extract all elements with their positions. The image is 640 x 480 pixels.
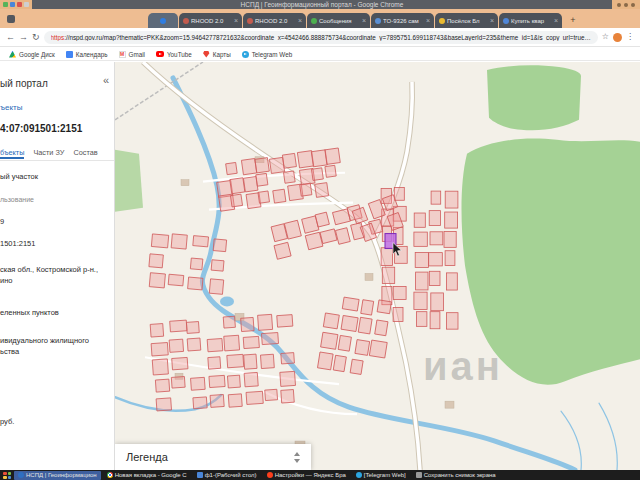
bookmarks-bar: Google Диск Календарь M Gmail YouTube Ка… xyxy=(0,48,640,61)
browser-tab[interactable]: TO-9326 сам × xyxy=(371,13,434,28)
bookmark-youtube[interactable]: YouTube xyxy=(156,51,192,58)
taskbar-item-screenshot[interactable]: Сохранить снимок экрана xyxy=(412,471,500,480)
youtube-icon xyxy=(156,51,164,57)
desktop-icon xyxy=(197,472,203,478)
bookmark-gmail[interactable]: M Gmail xyxy=(119,51,145,58)
forward-icon[interactable]: → xyxy=(19,33,28,42)
land-category-value: еленных пунктов xyxy=(0,308,59,317)
object-type-value: ый участок xyxy=(0,172,38,181)
tab-close-icon[interactable]: × xyxy=(362,17,366,24)
address-value-line1: ская обл., Костромской р-н., xyxy=(0,265,98,274)
tab-composition[interactable]: Состав xyxy=(73,148,97,157)
annotate-gray-icon[interactable] xyxy=(24,2,29,7)
field-value: 1501:2151 xyxy=(0,239,35,248)
bookmark-telegram[interactable]: Telegram Web xyxy=(242,51,292,58)
close-button[interactable] xyxy=(631,3,635,7)
gmail-icon: M xyxy=(119,51,126,58)
url-protocol: https xyxy=(51,34,65,41)
maximize-button[interactable] xyxy=(624,3,628,7)
annotate-blue-icon[interactable] xyxy=(10,2,15,7)
map-canvas[interactable]: иан Легенда xyxy=(115,62,640,470)
field-label: льзование xyxy=(0,196,34,203)
bookmark-star-icon[interactable]: ☆ xyxy=(602,33,609,41)
tab-close-icon[interactable]: × xyxy=(554,17,558,24)
bookmark-calendar[interactable]: Календарь xyxy=(66,51,108,58)
browser-tab[interactable]: RHOOD 2.0 × xyxy=(243,13,306,28)
tab-favicon xyxy=(439,18,445,24)
tab-close-icon[interactable]: × xyxy=(490,17,494,24)
chrome-icon xyxy=(107,472,113,478)
nspd-icon xyxy=(18,472,24,478)
calendar-icon xyxy=(66,51,73,58)
taskbar-item-yandex[interactable]: Настройки — Яндекс Бра xyxy=(263,471,350,480)
legend-title: Легенда xyxy=(126,451,294,463)
taskbar: НСПД | Геоинформацион Новая вкладка - Go… xyxy=(0,470,640,480)
window-title-area: НСПД | Геоинформационный портал - Google… xyxy=(32,0,612,9)
window-titlebar: НСПД | Геоинформационный портал - Google… xyxy=(0,0,640,9)
browser-tab-nspd[interactable] xyxy=(148,13,178,28)
taskbar-item-desktop[interactable]: ф1-(Рабочий стол) xyxy=(193,471,261,480)
page-content: ый портал « ъекты 4:07:091501:2151 бъект… xyxy=(0,62,640,470)
cost-value: руб. xyxy=(0,417,14,426)
browser-tab[interactable]: Купить квар × xyxy=(499,13,562,28)
tab-objects[interactable]: бъекты xyxy=(0,148,24,157)
address-value-line2: ино xyxy=(0,276,13,285)
legend-panel: Легенда xyxy=(115,444,311,470)
screenshot-tool-icons xyxy=(0,0,32,9)
back-to-objects-link[interactable]: ъекты xyxy=(0,103,22,112)
field-value: 9 xyxy=(0,217,4,226)
map-pin-icon xyxy=(203,51,210,58)
taskbar-item-chrome[interactable]: Новая вкладка - Google C xyxy=(103,471,191,480)
map-graphics xyxy=(115,62,640,470)
tab-strip: RHOOD 2.0 × RHOOD 2.0 × Сообщения × TO-9… xyxy=(0,9,640,28)
collapse-panel-icon[interactable]: « xyxy=(103,75,109,86)
object-tabs: бъекты Части ЗУ Состав xyxy=(0,148,114,161)
window-title: НСПД | Геоинформационный портал - Google… xyxy=(241,1,404,8)
url-rest: ://nspd.gov.ru/map?thematic=PKK&zoom=15.… xyxy=(64,34,591,41)
app-launcher-icon[interactable] xyxy=(2,471,12,480)
taskbar-item-telegram[interactable]: [Telegram Web] xyxy=(352,471,410,480)
bookmark-maps[interactable]: Карты xyxy=(203,51,231,58)
legend-collapse-control[interactable] xyxy=(294,452,300,463)
tab-search-icon[interactable] xyxy=(7,15,15,23)
tab-close-icon[interactable]: × xyxy=(298,17,302,24)
telegram-app-icon xyxy=(356,472,362,478)
browser-tab[interactable]: Сообщения × xyxy=(307,13,370,28)
menu-icon[interactable]: ⋮ xyxy=(626,33,634,41)
tab-favicon xyxy=(311,18,317,24)
annotate-red-icon[interactable] xyxy=(17,2,22,7)
chevron-up-icon[interactable] xyxy=(294,452,300,456)
profile-avatar[interactable] xyxy=(613,33,622,42)
permitted-use-line1: ивидуального жилищного xyxy=(0,336,89,345)
tab-favicon xyxy=(160,18,166,24)
cadastral-number: 4:07:091501:2151 xyxy=(0,123,82,134)
portal-title: ый портал xyxy=(0,78,48,89)
address-toolbar: ← → ↻ https://nspd.gov.ru/map?thematic=P… xyxy=(0,28,640,47)
tab-close-icon[interactable]: × xyxy=(234,17,238,24)
browser-tab[interactable]: RHOOD 2.0 × xyxy=(179,13,242,28)
reload-icon[interactable]: ↻ xyxy=(32,33,40,42)
address-bar[interactable]: https://nspd.gov.ru/map?thematic=PKK&zoo… xyxy=(44,31,598,44)
bookmark-google-drive[interactable]: Google Диск xyxy=(9,51,55,58)
window-controls xyxy=(612,0,640,9)
tab-favicon xyxy=(503,18,509,24)
permitted-use-line2: ьства xyxy=(0,347,19,356)
tab-favicon xyxy=(375,18,381,24)
tab-favicon xyxy=(247,18,253,24)
tab-close-icon[interactable]: × xyxy=(426,17,430,24)
back-icon[interactable]: ← xyxy=(6,33,15,42)
telegram-icon xyxy=(242,51,249,58)
new-tab-button[interactable]: + xyxy=(566,13,580,27)
tab-parts[interactable]: Части ЗУ xyxy=(33,148,64,157)
yandex-browser-icon xyxy=(267,472,273,478)
chevron-down-icon[interactable] xyxy=(294,459,300,463)
taskbar-item-nspd[interactable]: НСПД | Геоинформацион xyxy=(14,471,101,480)
drive-icon xyxy=(9,51,16,58)
annotate-green-icon[interactable] xyxy=(3,2,8,7)
browser-tab[interactable]: Посёлок Бл × xyxy=(435,13,498,28)
camera-icon xyxy=(416,472,422,478)
desktop-screen: НСПД | Геоинформационный портал - Google… xyxy=(0,0,640,480)
url-text: https://nspd.gov.ru/map?thematic=PKK&zoo… xyxy=(51,34,591,41)
object-info-panel: ый портал « ъекты 4:07:091501:2151 бъект… xyxy=(0,62,115,470)
minimize-button[interactable] xyxy=(617,3,621,7)
